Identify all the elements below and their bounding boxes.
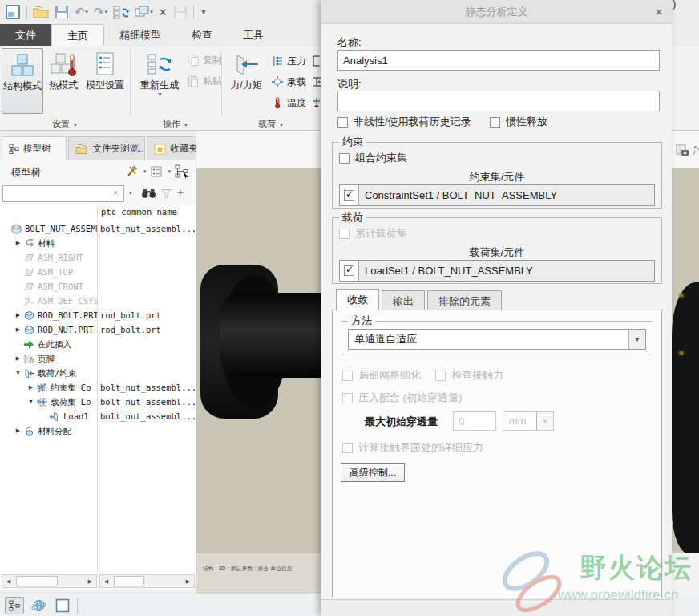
windows-icon[interactable]: ▾ (135, 3, 153, 21)
dialog-tab-inactive[interactable]: 输出 (382, 290, 425, 310)
more-commands-icon[interactable]: ▼ (200, 3, 208, 21)
save-as-icon[interactable] (173, 3, 188, 21)
combine-constraint-sets-checkbox[interactable] (339, 153, 350, 164)
tab-file[interactable]: 文件 (0, 24, 51, 46)
method-dropdown[interactable]: 单通道自适应 ▼ (348, 329, 646, 350)
tree-tools-icon[interactable] (125, 164, 139, 178)
tree-item[interactable]: ▶材料 (0, 236, 196, 250)
scroll-right-icon[interactable]: ▶ (84, 575, 96, 587)
scroll-track[interactable] (112, 575, 182, 587)
tree-settings-dropdown-icon[interactable]: ▾ (168, 168, 171, 175)
operations-group-label[interactable]: 操作 ▼ (130, 116, 221, 131)
tree-item[interactable]: ASM_TOP (0, 265, 196, 279)
add-filter-icon[interactable]: + (177, 186, 184, 199)
name-input[interactable] (337, 50, 660, 71)
settings-group-label[interactable]: 设置 ▼ (0, 116, 130, 131)
nonlinear-checkbox[interactable] (337, 117, 348, 128)
search-clear-icon[interactable]: × (113, 188, 118, 197)
tree-item[interactable]: ASM_FRONT (0, 279, 196, 294)
max-penetration-input[interactable] (453, 411, 496, 431)
force-moment-button[interactable]: 力/力矩 (225, 48, 267, 114)
tab-tools[interactable]: 工具 (228, 24, 279, 46)
tab-model-tree[interactable]: 模型树 (2, 136, 67, 160)
description-input[interactable] (337, 91, 660, 111)
regenerate-dropdown-icon[interactable]: ▼ (137, 91, 183, 97)
tree-item[interactable]: ASM_DEF_CSYS (0, 294, 196, 308)
dialog-close-icon[interactable]: × (656, 0, 662, 24)
inertia-checkbox-row[interactable]: 惯性释放 (490, 115, 547, 129)
tree-item[interactable]: ▶材料分配 (0, 424, 196, 438)
common-name-column-header[interactable]: ptc_common_name (101, 207, 177, 217)
filter-funnel-icon[interactable] (160, 188, 172, 200)
load-set-row[interactable]: LoadSet1 / BOLT_NUT_ASSEMBLY (359, 261, 654, 281)
tree-hscrollbar-right[interactable]: ◀ ▶ (99, 574, 195, 588)
scroll-thumb[interactable] (16, 576, 58, 586)
load-set-list[interactable]: LoadSet1 / BOLT_NUT_ASSEMBLY (339, 260, 655, 282)
tree-item[interactable]: Load1bolt_nut_assembl... (0, 409, 196, 424)
new-window-icon[interactable] (53, 597, 72, 614)
nonlinear-checkbox-row[interactable]: 非线性/使用载荷历史记录 (337, 115, 471, 129)
undo-icon[interactable]: ↶▾ (75, 3, 88, 21)
expand-arrow-icon[interactable]: ▶ (13, 351, 23, 366)
scroll-left-icon[interactable]: ◀ (2, 575, 14, 587)
tab-home[interactable]: 主页 (51, 24, 104, 46)
open-icon[interactable] (33, 3, 49, 21)
constraint-set-row[interactable]: ConstraintSet1 / BOLT_NUT_ASSEMBLY (359, 185, 654, 205)
bearing-button[interactable]: 承载 (271, 73, 306, 91)
scroll-left-icon[interactable]: ◀ (100, 575, 112, 587)
navigator-toggle-icon[interactable] (5, 597, 24, 614)
tree-show-hide-icon[interactable] (175, 164, 191, 178)
dialog-title[interactable]: 静态分析定义 (321, 0, 672, 24)
tree-item[interactable]: ▶约束集 Cobolt_nut_assembl... (0, 380, 196, 395)
expand-arrow-icon[interactable]: ▶ (13, 424, 23, 438)
collapse-arrow-icon[interactable]: ▼ (13, 366, 23, 380)
close-icon[interactable]: ✕ (159, 3, 168, 21)
temperature-button[interactable]: 温度 (271, 94, 306, 111)
expand-arrow-icon[interactable]: ▶ (13, 236, 23, 250)
tree-item[interactable]: ▼载荷集 Lobolt_nut_assembl... (0, 395, 196, 409)
tree-item[interactable]: ▶ROD_NUT.PRTrod_bolt.prt (0, 322, 196, 337)
tree-item[interactable]: BOLT_NUT_ASSEMBLbolt_nut_assembl... (0, 221, 196, 236)
regenerate-quick-icon[interactable] (113, 3, 129, 21)
expand-arrow-icon[interactable]: ▶ (13, 322, 23, 337)
expand-arrow-icon[interactable]: ▶ (26, 380, 36, 395)
combine-constraint-sets-row[interactable]: 组合约束集 (339, 151, 407, 165)
tree-hscrollbar-left[interactable]: ◀ ▶ (2, 574, 97, 588)
tab-inspect[interactable]: 检查 (176, 24, 228, 46)
scroll-thumb[interactable] (114, 576, 144, 586)
save-icon[interactable] (55, 3, 69, 21)
tree-tools-dropdown-icon[interactable]: ▾ (143, 168, 147, 175)
scroll-right-icon[interactable]: ▶ (182, 575, 194, 587)
loads-group-label[interactable]: 载荷 ▼ (221, 116, 321, 131)
tree-item[interactable]: 在此插入 (0, 337, 196, 351)
dialog-tab-inactive[interactable]: 排除的元素 (427, 290, 502, 310)
tab-folder-browser[interactable]: 文件夹浏览... (68, 136, 145, 160)
tree-item[interactable]: ▼载荷/约束 (0, 366, 196, 380)
advanced-control-button[interactable]: 高级控制... (341, 463, 405, 482)
redo-icon[interactable]: ↷▾ (94, 3, 107, 21)
unit-dropdown[interactable]: mm ▼ (503, 411, 554, 431)
dialog-tab-active[interactable]: 收敛 (336, 289, 379, 310)
tree-settings-icon[interactable] (150, 165, 163, 178)
pressure-button[interactable]: 压力 (271, 52, 306, 70)
constraint-set-checkbox[interactable] (344, 190, 354, 201)
model-setup-button[interactable]: 模型设置 (83, 48, 127, 114)
regenerate-button[interactable]: 重新生成 ▼ (136, 48, 183, 114)
saved-views-table-icon[interactable] (676, 144, 689, 156)
clipped-toolbar-icon[interactable]: ×,/ (693, 144, 699, 156)
tree-item[interactable]: ASM_RIGHT (0, 250, 196, 265)
load-set-checkbox[interactable] (344, 265, 354, 276)
search-dropdown-icon[interactable]: ▾ (129, 190, 132, 197)
constraint-set-list[interactable]: ConstraintSet1 / BOLT_NUT_ASSEMBLY (339, 184, 655, 206)
window-icon[interactable] (5, 3, 21, 21)
structure-mode-button[interactable]: 结构模式 (2, 48, 43, 114)
tree-item[interactable]: ▶ROD_BOLT.PRTrod_bolt.prt (0, 308, 196, 322)
inertia-relief-checkbox[interactable] (490, 117, 500, 128)
web-browser-globe-icon[interactable] (29, 597, 48, 614)
tree-item[interactable]: ▶页脚 (0, 351, 196, 366)
collapse-arrow-icon[interactable]: ▼ (26, 395, 36, 409)
dropdown-arrow-icon[interactable]: ▼ (628, 330, 645, 349)
expand-arrow-icon[interactable]: ▶ (13, 308, 23, 322)
tab-refine-model[interactable]: 精细模型 (104, 24, 176, 46)
find-binoculars-icon[interactable] (141, 187, 156, 199)
